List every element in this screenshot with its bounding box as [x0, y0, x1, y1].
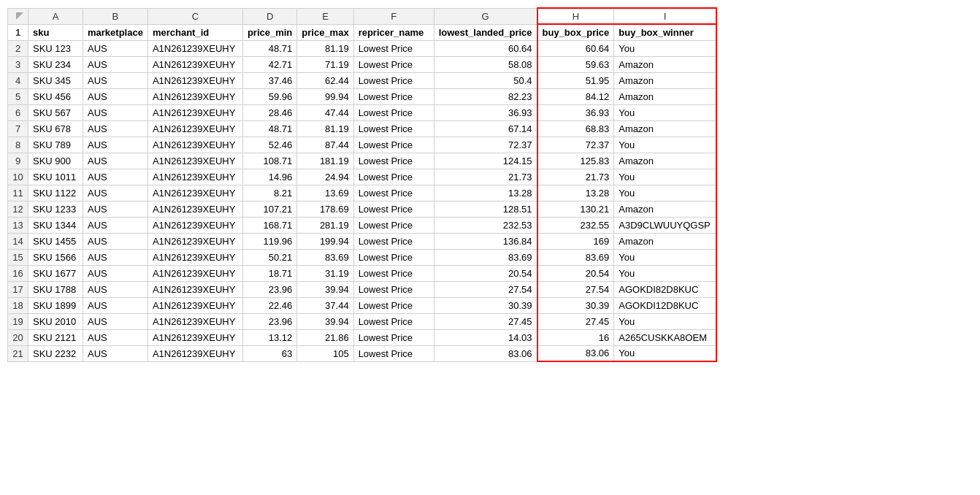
cell-sku: SKU 456: [28, 88, 83, 104]
cell-price-min: 14.96: [242, 169, 296, 185]
cell-price-min: 107.21: [242, 201, 296, 217]
cell-repricer-name: Lowest Price: [353, 185, 434, 201]
col-header-I[interactable]: I: [614, 8, 716, 24]
cell-sku: SKU 345: [28, 72, 83, 88]
cell-buy-box-winner: Amazon: [614, 72, 716, 88]
col-header-D[interactable]: D: [242, 8, 296, 24]
cell-merchant-id: A1N261239XEUHY: [148, 40, 242, 56]
cell-lowest-price: 67.14: [434, 120, 537, 137]
cell-price-max: 24.94: [297, 169, 353, 185]
table-row: 6SKU 567AUSA1N261239XEUHY28.4647.44Lowes…: [8, 104, 716, 120]
cell-buy-box-winner: Amazon: [614, 201, 716, 217]
row-num-15: 15: [8, 249, 28, 265]
cell-price-min: 63: [242, 345, 296, 361]
cell-buy-box-price: 84.12: [537, 88, 614, 104]
cell-price-min: 37.46: [242, 72, 296, 88]
cell-repricer-name: Lowest Price: [353, 201, 434, 217]
cell-lowest-price: 128.51: [434, 201, 537, 217]
row-num-6: 6: [8, 104, 28, 120]
cell-repricer-name: Lowest Price: [353, 56, 434, 72]
cell-price-max: 178.69: [297, 201, 353, 217]
row-num-18: 18: [8, 297, 28, 313]
cell-merchant-id: A1N261239XEUHY: [148, 120, 242, 137]
cell-lowest-price: 58.08: [434, 56, 537, 72]
cell-repricer-name: Lowest Price: [353, 297, 434, 313]
row-num-12: 12: [8, 201, 28, 217]
cell-lowest-price: 82.23: [434, 88, 537, 104]
cell-sku: SKU 1122: [28, 185, 83, 201]
data-table: A B C D E F G H I 1 sku marketplace merc…: [7, 7, 717, 362]
cell-merchant-id: A1N261239XEUHY: [148, 281, 242, 297]
cell-merchant-id: A1N261239XEUHY: [148, 137, 242, 153]
cell-merchant-id: A1N261239XEUHY: [148, 56, 242, 72]
cell-merchant-id: A1N261239XEUHY: [148, 104, 242, 120]
row-num-13: 13: [8, 217, 28, 233]
cell-merchant-id: A1N261239XEUHY: [148, 297, 242, 313]
cell-marketplace: AUS: [83, 329, 148, 345]
row-num-20: 20: [8, 329, 28, 345]
cell-price-min: 8.21: [242, 185, 296, 201]
cell-buy-box-price: 130.21: [537, 201, 614, 217]
cell-sku: SKU 1677: [28, 265, 83, 281]
cell-price-max: 83.69: [297, 249, 353, 265]
cell-marketplace: AUS: [83, 201, 148, 217]
cell-buy-box-price: 13.28: [537, 185, 614, 201]
cell-marketplace: AUS: [83, 137, 148, 153]
cell-merchant-id: A1N261239XEUHY: [148, 201, 242, 217]
table-row: 19SKU 2010AUSA1N261239XEUHY23.9639.94Low…: [8, 313, 716, 329]
table-row: 3SKU 234AUSA1N261239XEUHY42.7171.19Lowes…: [8, 56, 716, 72]
cell-lowest-price: 232.53: [434, 217, 537, 233]
col-header-B[interactable]: B: [83, 8, 148, 24]
cell-marketplace: AUS: [83, 281, 148, 297]
col-header-G[interactable]: G: [434, 8, 537, 24]
cell-marketplace: AUS: [83, 297, 148, 313]
cell-price-min: 50.21: [242, 249, 296, 265]
cell-marketplace: AUS: [83, 185, 148, 201]
cell-lowest-price: 21.73: [434, 169, 537, 185]
cell-price-max: 62.44: [297, 72, 353, 88]
cell-marketplace: AUS: [83, 88, 148, 104]
cell-sku: SKU 234: [28, 56, 83, 72]
cell-repricer-name: Lowest Price: [353, 217, 434, 233]
cell-merchant-id: A1N261239XEUHY: [148, 249, 242, 265]
cell-lowest-price: 60.64: [434, 40, 537, 56]
row-num-4: 4: [8, 72, 28, 88]
col-header-E[interactable]: E: [297, 8, 353, 24]
table-row: 2SKU 123AUSA1N261239XEUHY48.7181.19Lowes…: [8, 40, 716, 56]
table-row: 8SKU 789AUSA1N261239XEUHY52.4687.44Lowes…: [8, 137, 716, 153]
cell-buy-box-winner: You: [614, 40, 716, 56]
cell-repricer-name: Lowest Price: [353, 233, 434, 249]
table-row: 16SKU 1677AUSA1N261239XEUHY18.7131.19Low…: [8, 265, 716, 281]
cell-lowest-price: 14.03: [434, 329, 537, 345]
cell-marketplace: AUS: [83, 217, 148, 233]
cell-sku: SKU 123: [28, 40, 83, 56]
table-row: 13SKU 1344AUSA1N261239XEUHY168.71281.19L…: [8, 217, 716, 233]
row-num-11: 11: [8, 185, 28, 201]
cell-repricer-name: Lowest Price: [353, 313, 434, 329]
col-header-F[interactable]: F: [353, 8, 434, 24]
col-header-A[interactable]: A: [28, 8, 83, 24]
cell-price-max: 71.19: [297, 56, 353, 72]
cell-price-max: 13.69: [297, 185, 353, 201]
cell-price-max: 181.19: [297, 153, 353, 169]
cell-marketplace: AUS: [83, 72, 148, 88]
cell-sku: SKU 2121: [28, 329, 83, 345]
col-header-H[interactable]: H: [537, 8, 614, 24]
cell-merchant-id: A1N261239XEUHY: [148, 233, 242, 249]
cell-repricer-name: Lowest Price: [353, 137, 434, 153]
cell-sku: SKU 567: [28, 104, 83, 120]
cell-merchant-id: A1N261239XEUHY: [148, 72, 242, 88]
cell-lowest-price: 136.84: [434, 233, 537, 249]
cell-lowest-price: 72.37: [434, 137, 537, 153]
col-header-C[interactable]: C: [148, 8, 242, 24]
cell-sku: SKU 1899: [28, 297, 83, 313]
cell-price-max: 39.94: [297, 313, 353, 329]
cell-marketplace: AUS: [83, 56, 148, 72]
row-num-19: 19: [8, 313, 28, 329]
cell-repricer-name: Lowest Price: [353, 329, 434, 345]
table-row: 20SKU 2121AUSA1N261239XEUHY13.1221.86Low…: [8, 329, 716, 345]
corner-cell: [8, 8, 28, 24]
cell-buy-box-winner: Amazon: [614, 88, 716, 104]
row-num-21: 21: [8, 345, 28, 361]
cell-sku: SKU 1455: [28, 233, 83, 249]
